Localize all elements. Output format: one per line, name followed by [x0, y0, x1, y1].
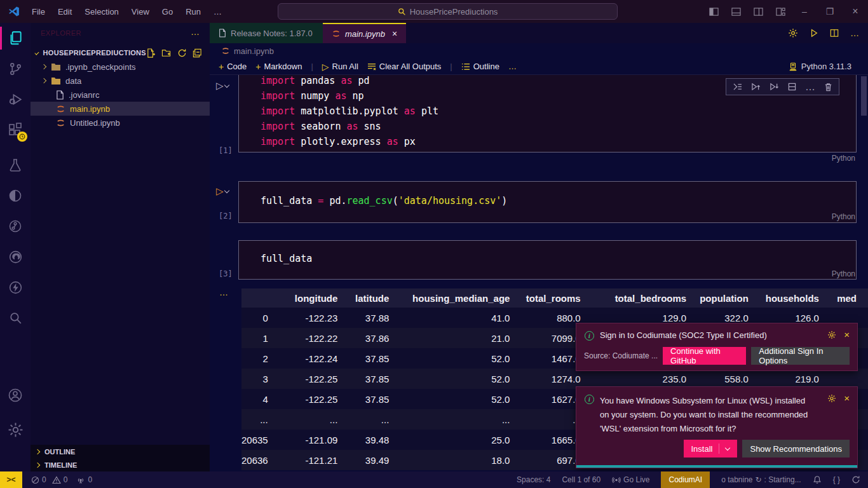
cell1-run-button[interactable]: ▷ [216, 80, 229, 92]
editor-scrollbar[interactable] [861, 76, 867, 116]
menu-more[interactable]: … [207, 7, 228, 17]
test-beaker-icon[interactable] [0, 150, 31, 180]
close-button[interactable]: × [843, 6, 868, 17]
notification-close-icon[interactable]: × [844, 394, 850, 403]
menu-go[interactable]: Go [156, 7, 179, 17]
layout-panel-icon[interactable] [725, 7, 747, 17]
cell-language-label[interactable]: Python [832, 269, 855, 278]
toolbar-more-button[interactable]: … [508, 62, 517, 71]
add-code-button[interactable]: +Code [219, 62, 247, 72]
add-markdown-button[interactable]: +Markdown [255, 62, 302, 72]
tab-main-ipynb[interactable]: main.ipynb × [323, 23, 406, 43]
command-center-search[interactable]: HousePricePrediuctions [278, 3, 618, 20]
tree-item-main-ipynb[interactable]: main.ipynb [31, 102, 210, 116]
run-debug-icon[interactable] [0, 84, 31, 114]
project-folder-header[interactable]: HOUSEPRICEPREDIUCTIONS [31, 46, 210, 60]
ports-status[interactable]: 0 [76, 475, 92, 484]
continue-github-button[interactable]: Continue with GitHub [663, 347, 746, 365]
notifications-bell-icon[interactable] [813, 475, 822, 484]
go-live-button[interactable]: Go Live [612, 475, 649, 484]
customize-layout-icon[interactable] [770, 7, 792, 17]
collapse-folders-icon[interactable] [193, 48, 202, 58]
outline-section-header[interactable]: OUTLINE [31, 445, 210, 459]
code-cell-2[interactable]: full_data = pd.read_csv('data/housing.cs… [238, 181, 857, 223]
gitlens-icon[interactable] [0, 211, 31, 241]
output-more-actions[interactable]: … [219, 287, 229, 297]
new-file-icon[interactable] [146, 48, 156, 58]
accounts-icon[interactable] [0, 380, 31, 410]
extensions-icon[interactable] [0, 114, 31, 145]
cell-value: 41.0 [400, 308, 521, 328]
sync-icon[interactable] [851, 475, 860, 484]
split-cell-icon[interactable] [788, 83, 796, 91]
kernel-picker[interactable]: Python 3.11.3 [789, 62, 868, 71]
menu-view[interactable]: View [125, 7, 156, 17]
outline-button[interactable]: Outline [461, 62, 499, 71]
code-cell-3[interactable]: full_data [238, 240, 857, 280]
github-icon[interactable] [0, 241, 31, 272]
problems-status[interactable]: 0 0 [31, 475, 67, 484]
code-token: = [312, 195, 329, 207]
menu-edit[interactable]: Edit [51, 7, 78, 17]
remote-indicator[interactable]: >< [0, 471, 22, 488]
explorer-icon[interactable] [0, 23, 31, 53]
additional-signin-button[interactable]: Additional Sign In Options [751, 347, 850, 365]
codium-icon[interactable] [0, 180, 31, 211]
refresh-icon[interactable] [177, 48, 187, 58]
tab-close-icon[interactable]: × [392, 29, 397, 39]
settings-gear-icon[interactable] [788, 28, 798, 38]
delete-cell-icon[interactable] [824, 83, 832, 92]
file-label: data [65, 76, 81, 86]
search-sidebar-icon[interactable] [0, 302, 31, 333]
cell2-run-button[interactable]: ▷ [216, 186, 229, 197]
cell-more-icon[interactable]: … [805, 81, 815, 93]
cell-language-label[interactable]: Python [832, 212, 855, 221]
source-control-icon[interactable] [0, 53, 31, 84]
notification-progress-strip [576, 465, 857, 468]
tab-release-notes[interactable]: Release Notes: 1.87.0 [210, 23, 323, 43]
split-editor-icon[interactable] [830, 29, 839, 37]
chevron-down-icon[interactable] [725, 445, 730, 450]
new-folder-icon[interactable] [161, 48, 172, 58]
tab-label: Release Notes: 1.87.0 [231, 29, 313, 38]
editor-more-icon[interactable]: … [850, 28, 859, 38]
cell-value: 0 [241, 308, 280, 328]
execute-above-icon[interactable] [733, 83, 742, 91]
run-editor-icon[interactable] [810, 29, 818, 37]
restore-button[interactable]: ❐ [817, 6, 843, 17]
notification-close-icon[interactable]: × [844, 330, 850, 339]
code-token: import [261, 136, 301, 147]
tree-item-untitled-ipynb[interactable]: Untitled.ipynb [31, 116, 210, 130]
tree-item-ipynb-checkpoints[interactable]: .ipynb_checkpoints [31, 60, 210, 74]
layout-sidebar-icon[interactable] [703, 7, 725, 17]
cell-position-status[interactable]: Cell 1 of 60 [562, 475, 600, 484]
clear-outputs-icon [367, 63, 376, 71]
manage-gear-icon[interactable] [0, 414, 31, 445]
breadcrumb[interactable]: main.ipynb [210, 43, 868, 58]
menu-file[interactable]: File [25, 7, 51, 17]
timeline-section-header[interactable]: TIMELINE [31, 459, 210, 471]
codiumai-status[interactable]: CodiumAI [661, 471, 710, 488]
run-above-icon[interactable] [751, 83, 761, 91]
minimize-button[interactable]: – [792, 6, 817, 17]
menu-selection[interactable]: Selection [78, 7, 125, 17]
notification-gear-icon[interactable] [827, 330, 836, 339]
show-recommendations-button[interactable]: Show Recommendations [742, 440, 850, 458]
clear-outputs-button[interactable]: Clear All Outputs [367, 62, 442, 71]
tree-item-jovianrc[interactable]: .jovianrc [31, 88, 210, 102]
tabnine-status[interactable]: o tabnine ↻ : Starting... [721, 475, 801, 484]
install-button[interactable]: Install [684, 440, 738, 458]
notification-gear-icon[interactable] [827, 394, 836, 403]
layout-secondary-sidebar-icon[interactable] [747, 7, 770, 17]
menu-run[interactable]: Run [179, 7, 207, 17]
explorer-more-actions[interactable]: … [191, 27, 200, 37]
thunder-client-icon[interactable] [0, 272, 31, 302]
braces-status[interactable]: { } [833, 475, 840, 484]
indentation-status[interactable]: Spaces: 4 [517, 475, 550, 484]
cell-language-label[interactable]: Python [832, 154, 855, 163]
col-index [241, 288, 280, 308]
chevron-right-icon [41, 64, 46, 69]
run-all-button[interactable]: ▷Run All [322, 62, 358, 72]
tree-item-data[interactable]: data [31, 74, 210, 88]
run-below-icon[interactable] [770, 83, 779, 91]
